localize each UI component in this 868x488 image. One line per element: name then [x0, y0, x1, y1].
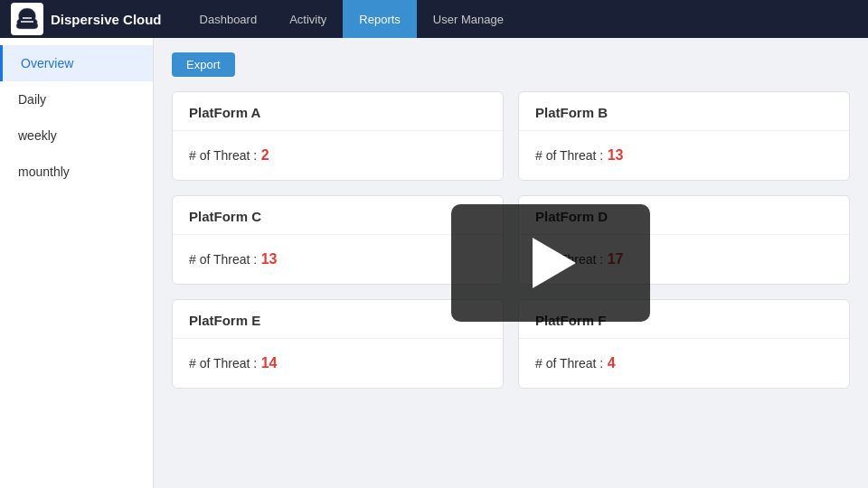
- threat-count-c: 13: [261, 251, 278, 267]
- card-body-a: # of Threat : 2: [173, 131, 503, 180]
- card-title-bar-a: PlatForm A: [173, 92, 503, 131]
- threat-label-e: # of Threat :: [189, 356, 257, 371]
- platform-name-a: PlatForm A: [189, 105, 260, 120]
- top-nav: Dispersive Cloud Dashboard Activity Repo…: [0, 0, 868, 38]
- main-content: Export PlatForm A # of Threat : 2 PlatFo…: [154, 38, 868, 488]
- nav-user-manage[interactable]: User Manage: [417, 0, 520, 38]
- nav-items: Dashboard Activity Reports User Manage: [184, 0, 857, 38]
- export-button[interactable]: Export: [172, 52, 235, 77]
- platform-card-b: PlatForm B # of Threat : 13: [518, 91, 850, 181]
- threat-count-b: 13: [608, 147, 624, 163]
- video-overlay[interactable]: [451, 204, 650, 322]
- threat-count-f: 4: [608, 355, 616, 371]
- threat-label-c: # of Threat :: [189, 252, 257, 267]
- layout: Overview Daily weekly mounthly Export Pl…: [0, 38, 868, 488]
- threat-label-f: # of Threat :: [535, 356, 603, 371]
- nav-reports[interactable]: Reports: [343, 0, 417, 38]
- logo-icon: [11, 3, 43, 35]
- platform-name-b: PlatForm B: [535, 105, 608, 120]
- sidebar-item-overview[interactable]: Overview: [0, 45, 153, 81]
- sidebar-item-daily[interactable]: Daily: [0, 81, 153, 117]
- sidebar-item-mounthly[interactable]: mounthly: [0, 154, 153, 190]
- nav-activity[interactable]: Activity: [273, 0, 343, 38]
- play-button-icon: [533, 238, 576, 288]
- sidebar-item-weekly[interactable]: weekly: [0, 117, 153, 154]
- threat-count-a: 2: [261, 147, 269, 163]
- platform-name-c: PlatForm C: [189, 209, 261, 224]
- card-body-b: # of Threat : 13: [519, 131, 849, 180]
- logo-text: Dispersive Cloud: [51, 12, 162, 27]
- card-title-bar-b: PlatForm B: [519, 92, 849, 131]
- card-body-e: # of Threat : 14: [173, 339, 503, 388]
- threat-count-e: 14: [261, 355, 278, 371]
- platform-name-e: PlatForm E: [189, 313, 260, 328]
- threat-label-a: # of Threat :: [189, 148, 257, 163]
- platform-card-a: PlatForm A # of Threat : 2: [172, 91, 504, 181]
- logo-area: Dispersive Cloud: [11, 3, 162, 35]
- threat-label-b: # of Threat :: [535, 148, 603, 163]
- nav-dashboard[interactable]: Dashboard: [184, 0, 274, 38]
- card-body-f: # of Threat : 4: [519, 339, 849, 388]
- sidebar: Overview Daily weekly mounthly: [0, 38, 154, 488]
